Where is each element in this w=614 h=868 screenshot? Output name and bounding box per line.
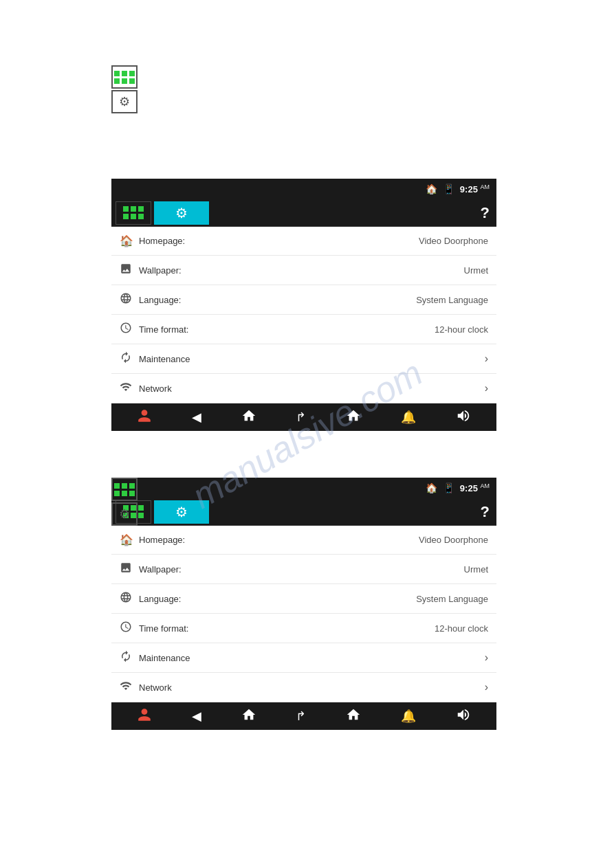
back-icon-1[interactable]: ◀: [192, 410, 201, 425]
clock-2: 9:25 AM: [460, 482, 490, 493]
language-value-1: System Language: [416, 295, 488, 305]
apps-grid-icon-1: [113, 69, 136, 85]
language-row-2[interactable]: Language: System Language: [111, 584, 496, 614]
clock-1: 9:25 AM: [460, 183, 490, 194]
network-icon-1: [120, 381, 139, 396]
settings-gear-icon-2: ⚙: [175, 504, 188, 520]
homepage-label-1: Homepage:: [139, 236, 419, 246]
homepage-icon-1: 🏠: [120, 234, 139, 247]
apps-nav-button-1[interactable]: [116, 201, 151, 225]
back-icon-2[interactable]: ◀: [192, 709, 201, 724]
language-icon-2: [120, 591, 139, 606]
gear-icon-2: ⚙: [119, 507, 130, 522]
maintenance-label-2: Maintenance: [139, 653, 481, 663]
maintenance-icon-2: [120, 650, 139, 665]
language-icon-1: [120, 292, 139, 307]
screen-1: 🏠 📱 9:25 AM ⚙ ?: [111, 179, 496, 431]
wallpaper-icon-1: [120, 263, 139, 278]
bottom-nav-1: ◀ ↱ 🔔: [111, 403, 496, 431]
wallpaper-row-2[interactable]: Wallpaper: Urmet: [111, 555, 496, 584]
maintenance-arrow-2: ›: [485, 652, 488, 664]
enter-icon-1[interactable]: ↱: [296, 410, 306, 425]
bell-icon-2[interactable]: 🔔: [401, 709, 416, 724]
house-icon-2[interactable]: [346, 707, 361, 726]
language-label-1: Language:: [139, 295, 416, 305]
wallpaper-value-1: Urmet: [464, 265, 488, 276]
gear-icon-1: ⚙: [119, 94, 130, 109]
settings-list-1: 🏠 Homepage: Video Doorphone Wallpaper: U…: [111, 227, 496, 403]
gear-icon-box-1[interactable]: ⚙: [111, 90, 138, 113]
timeformat-label-1: Time format:: [139, 324, 435, 335]
apps-grid-icon-2: [113, 482, 136, 498]
network-label-1: Network: [139, 383, 481, 394]
network-icon-2: [120, 680, 139, 695]
maintenance-icon-1: [120, 351, 139, 366]
clock-icon-1: [120, 322, 139, 337]
status-bar-1: 🏠 📱 9:25 AM: [111, 179, 496, 199]
apps-nav-grid-1: [122, 205, 145, 221]
top-nav-2: ⚙ ?: [111, 498, 496, 526]
language-label-2: Language:: [139, 594, 416, 604]
maintenance-row-2[interactable]: Maintenance ›: [111, 643, 496, 673]
home-status-icon-2: 🏠: [426, 482, 437, 493]
timeformat-label-2: Time format:: [139, 623, 435, 634]
user-alert-icon-2[interactable]: [137, 707, 152, 726]
settings-tab-2[interactable]: ⚙: [154, 500, 209, 524]
user-alert-icon-1[interactable]: [137, 408, 152, 427]
settings-tab-1[interactable]: ⚙: [154, 201, 209, 225]
language-row-1[interactable]: Language: System Language: [111, 285, 496, 315]
network-arrow-2: ›: [485, 681, 488, 693]
volume-icon-2[interactable]: [456, 707, 471, 726]
timeformat-value-1: 12-hour clock: [435, 324, 488, 335]
bottom-nav-2: ◀ ↱ 🔔: [111, 702, 496, 730]
help-button-1[interactable]: ?: [481, 204, 490, 222]
homepage-row-1[interactable]: 🏠 Homepage: Video Doorphone: [111, 227, 496, 256]
wallpaper-label-1: Wallpaper:: [139, 265, 464, 276]
timeformat-value-2: 12-hour clock: [435, 623, 488, 634]
settings-list-2: 🏠 Homepage: Video Doorphone Wallpaper: U…: [111, 526, 496, 702]
top-nav-1: ⚙ ?: [111, 199, 496, 227]
settings-gear-icon-1: ⚙: [175, 205, 188, 221]
apps-icon-box-1[interactable]: [111, 65, 138, 89]
network-row-2[interactable]: Network ›: [111, 673, 496, 702]
homepage-icon-2: 🏠: [120, 533, 139, 546]
house-icon-1[interactable]: [346, 408, 361, 427]
maintenance-arrow-1: ›: [485, 353, 488, 365]
signal-icon-2: 📱: [443, 482, 454, 493]
screen-2: 🏠 📱 9:25 AM ⚙ ?: [111, 478, 496, 730]
home-status-icon-1: 🏠: [426, 183, 437, 194]
home-nav-icon-2[interactable]: [241, 707, 256, 726]
wallpaper-label-2: Wallpaper:: [139, 564, 464, 575]
home-nav-icon-1[interactable]: [241, 408, 256, 427]
volume-icon-1[interactable]: [456, 408, 471, 427]
gear-icon-box-2[interactable]: ⚙: [111, 502, 138, 526]
apps-icon-box-2[interactable]: [111, 478, 138, 501]
homepage-value-1: Video Doorphone: [419, 236, 488, 246]
bell-icon-1[interactable]: 🔔: [401, 410, 416, 425]
homepage-value-2: Video Doorphone: [419, 535, 488, 545]
maintenance-label-1: Maintenance: [139, 354, 481, 364]
timeformat-row-2[interactable]: Time format: 12-hour clock: [111, 614, 496, 643]
network-row-1[interactable]: Network ›: [111, 374, 496, 403]
timeformat-row-1[interactable]: Time format: 12-hour clock: [111, 315, 496, 344]
wallpaper-icon-2: [120, 561, 139, 577]
network-label-2: Network: [139, 682, 481, 693]
wallpaper-row-1[interactable]: Wallpaper: Urmet: [111, 256, 496, 285]
language-value-2: System Language: [416, 594, 488, 604]
homepage-label-2: Homepage:: [139, 535, 419, 545]
wallpaper-value-2: Urmet: [464, 564, 488, 575]
network-arrow-1: ›: [485, 382, 488, 394]
signal-icon-1: 📱: [443, 183, 454, 194]
homepage-row-2[interactable]: 🏠 Homepage: Video Doorphone: [111, 526, 496, 555]
status-bar-2: 🏠 📱 9:25 AM: [111, 478, 496, 498]
help-button-2[interactable]: ?: [481, 503, 490, 521]
clock-icon-2: [120, 621, 139, 636]
enter-icon-2[interactable]: ↱: [296, 709, 306, 724]
maintenance-row-1[interactable]: Maintenance ›: [111, 344, 496, 374]
